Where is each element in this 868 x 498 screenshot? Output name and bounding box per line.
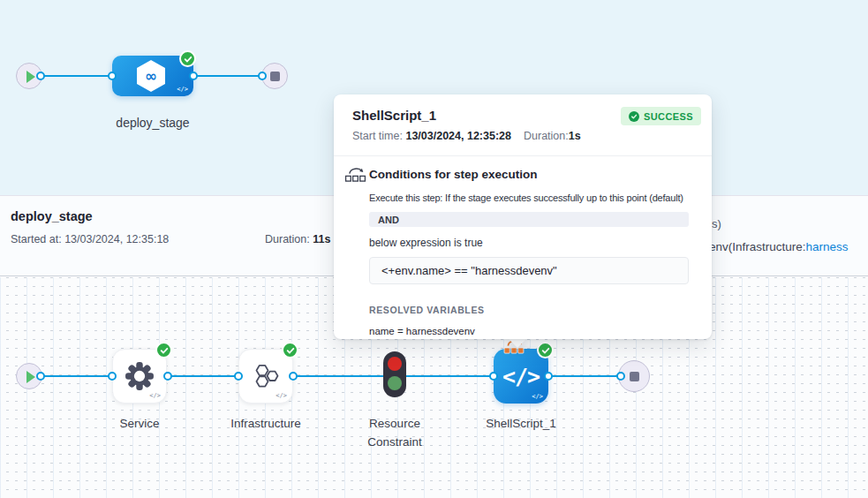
code-icon: </>	[532, 393, 543, 400]
step-port	[36, 372, 45, 381]
infrastructure-hexagons-icon	[252, 362, 280, 390]
stage-duration: Duration: 11s	[265, 233, 330, 245]
started-value: 13/03/2024, 12:35:18	[64, 233, 169, 245]
step-port	[544, 372, 553, 381]
duration-value: 11s	[313, 233, 330, 245]
infrastructure-success-icon	[282, 342, 298, 358]
duration-label: Duration:	[265, 233, 313, 245]
stage-port	[258, 72, 267, 80]
status-text: SUCCESS	[644, 111, 693, 122]
step-node-resource-constraint[interactable]	[383, 351, 406, 397]
step-edge	[293, 375, 383, 377]
traffic-light-red-icon	[388, 357, 402, 371]
gear-icon	[125, 361, 155, 391]
clipped-env-text-line1: s)	[712, 217, 721, 230]
step-port	[163, 372, 172, 381]
popover-times: Start time: 13/03/2024, 12:35:28Duration…	[352, 130, 698, 142]
code-icon: </>	[275, 392, 287, 399]
popover-duration-label: Duration:	[524, 130, 569, 142]
stage-port	[189, 72, 198, 80]
play-icon	[26, 371, 35, 383]
stage-success-icon	[179, 50, 196, 67]
resource-constraint-label: Resource Constraint	[354, 414, 435, 451]
env-infrastructure-text: env(Infrastructure:	[709, 240, 806, 253]
stage-code-icon: </>	[177, 86, 188, 93]
expression-note: below expression is true	[369, 237, 689, 249]
svg-text:∞: ∞	[145, 67, 157, 85]
stage-port	[108, 72, 117, 80]
cd-stage-icon: ∞	[136, 59, 166, 93]
clipped-env-text-line2: env(Infrastructure:harness	[709, 240, 849, 253]
step-port	[616, 372, 625, 381]
started-label: Started at:	[11, 233, 64, 245]
pipeline-execution-screen: ∞ </> deploy_stage deploy_stage Started …	[0, 0, 868, 498]
stop-icon	[270, 72, 280, 81]
service-label: Service	[95, 414, 184, 433]
code-icon: </>	[149, 392, 161, 399]
shell-script-icon: </>	[502, 364, 540, 389]
service-success-icon	[155, 342, 172, 358]
stage-info-title: deploy_stage	[11, 209, 93, 223]
start-time-value: 13/03/2024, 12:35:28	[405, 130, 511, 142]
stage-edge-end	[193, 75, 263, 77]
success-check-icon	[629, 111, 639, 122]
conditional-execution-icon	[344, 166, 366, 183]
step-edge	[168, 375, 238, 377]
shellscript-success-icon	[537, 342, 554, 358]
stage-edge-start	[41, 75, 113, 77]
conditions-heading: Conditions for step execution	[369, 168, 689, 181]
step-edge	[406, 375, 494, 377]
popover-body: Conditions for step execution Execute th…	[334, 156, 712, 336]
step-port	[289, 372, 298, 381]
resolved-variables-heading: RESOLVED VARIABLES	[369, 305, 689, 315]
status-badge: SUCCESS	[621, 107, 701, 125]
stop-icon	[630, 372, 639, 381]
stage-port	[36, 72, 45, 80]
traffic-light-green-icon	[388, 376, 402, 390]
stage-node-label: deploy_stage	[94, 114, 211, 132]
popover-duration-value: 1s	[569, 130, 581, 142]
step-details-popover: ShellScript_1 Start time: 13/03/2024, 12…	[334, 94, 712, 339]
shellscript-label: ShellScript_1	[468, 414, 574, 433]
resolved-variable-value: name = harnessdevenv	[369, 326, 689, 336]
step-port	[489, 372, 498, 381]
step-edge	[41, 375, 112, 377]
expression-box: <+env.name> == "harnessdevenv"	[369, 257, 689, 284]
step-port	[234, 372, 243, 381]
play-icon	[26, 71, 35, 83]
infrastructure-label: Infrastructure	[208, 414, 323, 433]
start-time-label: Start time:	[352, 130, 405, 142]
popover-header: ShellScript_1 Start time: 13/03/2024, 12…	[334, 94, 712, 156]
step-edge	[548, 375, 621, 377]
step-port	[108, 372, 117, 381]
conditions-description: Execute this step: If the stage executes…	[369, 192, 689, 203]
env-link[interactable]: harness	[806, 240, 849, 253]
operator-chip: AND	[369, 212, 689, 227]
stage-started-at: Started at: 13/03/2024, 12:35:18	[11, 233, 169, 245]
